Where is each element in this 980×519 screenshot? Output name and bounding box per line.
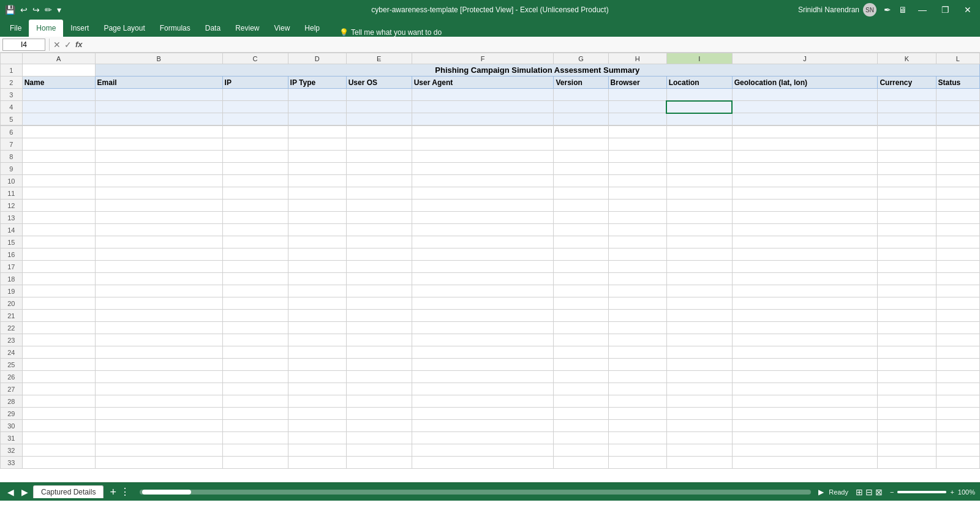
cell-C3[interactable] <box>222 89 288 101</box>
cell-8-24[interactable] <box>666 346 732 359</box>
tab-insert[interactable]: Insert <box>63 20 96 37</box>
cell-L3[interactable] <box>936 89 979 101</box>
cell-I3[interactable] <box>666 89 732 101</box>
cell-6-13[interactable] <box>554 212 608 224</box>
col-header-B[interactable]: B <box>95 53 222 64</box>
cell-3-29[interactable] <box>288 408 346 420</box>
cell-0-26[interactable] <box>22 371 95 383</box>
tab-page-layout[interactable]: Page Layout <box>96 20 152 37</box>
cell-0-20[interactable] <box>22 297 95 310</box>
cell-11-13[interactable] <box>936 212 979 224</box>
name-box[interactable] <box>2 39 45 51</box>
add-sheet-btn[interactable]: + <box>106 487 120 498</box>
cell-10-7[interactable] <box>878 138 936 151</box>
cell-D3[interactable] <box>288 89 346 101</box>
col-header-C[interactable]: C <box>222 53 288 64</box>
cell-6-16[interactable] <box>554 248 608 261</box>
cell-F2[interactable]: User Agent <box>412 77 554 89</box>
cell-9-33[interactable] <box>732 457 878 469</box>
cell-4-28[interactable] <box>346 395 412 408</box>
cell-10-24[interactable] <box>878 346 936 359</box>
cell-9-32[interactable] <box>732 444 878 457</box>
sheet-nav-right[interactable]: ▶ <box>19 486 31 498</box>
cell-6-20[interactable] <box>554 297 608 310</box>
cell-5-11[interactable] <box>412 187 554 200</box>
cell-F3[interactable] <box>412 89 554 101</box>
zoom-plus[interactable]: + <box>950 488 954 496</box>
cell-2-6[interactable] <box>222 126 288 138</box>
cell-0-24[interactable] <box>22 346 95 359</box>
cell-11-33[interactable] <box>936 457 979 469</box>
cell-G5[interactable] <box>554 113 608 125</box>
cell-1-20[interactable] <box>95 297 222 310</box>
cell-11-6[interactable] <box>936 126 979 138</box>
cell-8-31[interactable] <box>666 432 732 444</box>
cell-2-12[interactable] <box>222 200 288 212</box>
cell-2-24[interactable] <box>222 346 288 359</box>
col-header-K[interactable]: K <box>878 53 936 64</box>
cell-6-8[interactable] <box>554 151 608 163</box>
cell-8-33[interactable] <box>666 457 732 469</box>
cell-8-9[interactable] <box>666 163 732 175</box>
cell-9-23[interactable] <box>732 334 878 346</box>
cell-1-21[interactable] <box>95 310 222 322</box>
cell-11-30[interactable] <box>936 420 979 432</box>
cell-1-6[interactable] <box>95 126 222 138</box>
cell-8-6[interactable] <box>666 126 732 138</box>
cell-5-24[interactable] <box>412 346 554 359</box>
cell-9-20[interactable] <box>732 297 878 310</box>
cell-1-9[interactable] <box>95 163 222 175</box>
cell-4-11[interactable] <box>346 187 412 200</box>
cell-5-30[interactable] <box>412 420 554 432</box>
sheet-tab-captured-details[interactable]: Captured Details <box>33 485 104 498</box>
page-break-icon[interactable]: ⊠ <box>875 487 883 497</box>
cell-9-27[interactable] <box>732 383 878 395</box>
cell-1-15[interactable] <box>95 236 222 248</box>
cell-8-11[interactable] <box>666 187 732 200</box>
cell-9-21[interactable] <box>732 310 878 322</box>
cell-9-28[interactable] <box>732 395 878 408</box>
col-header-G[interactable]: G <box>554 53 608 64</box>
cell-10-13[interactable] <box>878 212 936 224</box>
cell-7-31[interactable] <box>608 432 666 444</box>
cell-4-12[interactable] <box>346 200 412 212</box>
col-header-E[interactable]: E <box>346 53 412 64</box>
cell-J5[interactable] <box>732 113 878 125</box>
cell-10-17[interactable] <box>878 261 936 273</box>
cell-7-15[interactable] <box>608 236 666 248</box>
cell-6-15[interactable] <box>554 236 608 248</box>
cell-5-9[interactable] <box>412 163 554 175</box>
cell-3-26[interactable] <box>288 371 346 383</box>
cell-11-25[interactable] <box>936 359 979 371</box>
tab-home[interactable]: Home <box>29 20 63 37</box>
cell-2-22[interactable] <box>222 322 288 334</box>
cell-3-30[interactable] <box>288 420 346 432</box>
cell-C5[interactable] <box>222 113 288 125</box>
cell-6-24[interactable] <box>554 346 608 359</box>
cell-4-8[interactable] <box>346 151 412 163</box>
tab-file[interactable]: File <box>2 20 29 37</box>
cell-3-13[interactable] <box>288 212 346 224</box>
cell-10-16[interactable] <box>878 248 936 261</box>
cell-L2[interactable]: Status <box>936 77 979 89</box>
tab-data[interactable]: Data <box>198 20 228 37</box>
cell-4-16[interactable] <box>346 248 412 261</box>
cell-7-18[interactable] <box>608 273 666 285</box>
cell-6-19[interactable] <box>554 285 608 297</box>
cell-I2[interactable]: Location <box>666 77 732 89</box>
cell-6-22[interactable] <box>554 322 608 334</box>
cell-8-18[interactable] <box>666 273 732 285</box>
confirm-formula-icon[interactable]: ✓ <box>64 40 72 50</box>
cell-6-10[interactable] <box>554 175 608 187</box>
cell-10-21[interactable] <box>878 310 936 322</box>
cell-9-12[interactable] <box>732 200 878 212</box>
cell-5-15[interactable] <box>412 236 554 248</box>
cell-3-31[interactable] <box>288 432 346 444</box>
minimize-btn[interactable]: — <box>914 4 930 16</box>
cell-4-27[interactable] <box>346 383 412 395</box>
cell-0-15[interactable] <box>22 236 95 248</box>
cell-B4[interactable] <box>95 101 222 113</box>
cell-9-8[interactable] <box>732 151 878 163</box>
col-header-H[interactable]: H <box>608 53 666 64</box>
cell-10-31[interactable] <box>878 432 936 444</box>
